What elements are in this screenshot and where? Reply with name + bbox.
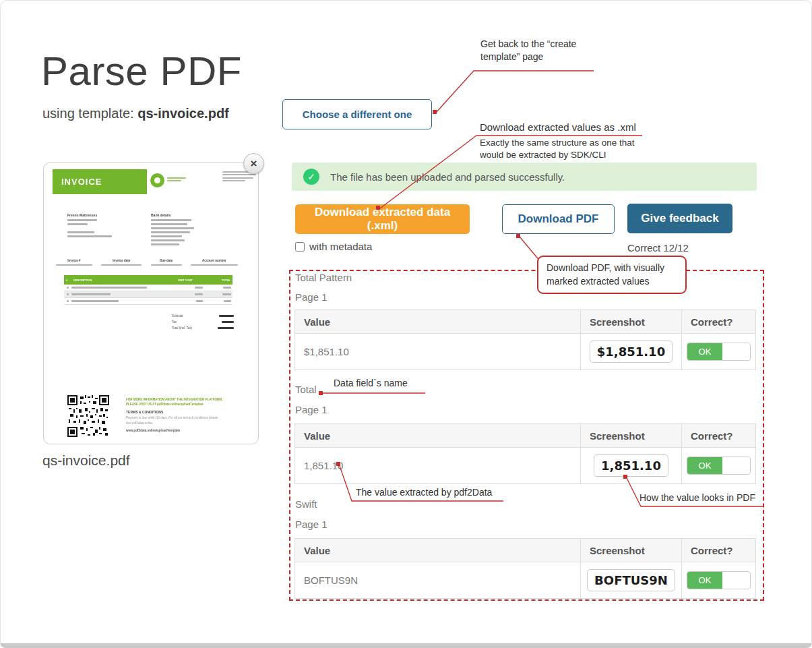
blurred-text-line <box>71 293 111 295</box>
column-header-correct: Correct? <box>681 310 755 334</box>
invoice-line-row <box>64 285 232 291</box>
blurred-text-line <box>167 177 186 179</box>
totals-label: Subtotal <box>172 314 183 318</box>
toggle-ok-label: OK <box>687 572 722 589</box>
success-banner: ✓ The file has been uploaded and parsed … <box>292 163 757 191</box>
correct-toggle[interactable]: OK <box>687 343 751 361</box>
preview-filename: qs-invoice.pdf <box>42 452 130 469</box>
invoice-line-items: # DESCRIPTION UNIT COST TOTAL <box>64 275 232 305</box>
subtitle-prefix: using template: <box>42 106 137 121</box>
blurred-text-line <box>222 177 253 179</box>
column-header-correct: Correct? <box>681 424 755 448</box>
column-header-value: Value <box>295 310 580 334</box>
choose-different-button[interactable]: Choose a different one <box>282 99 432 129</box>
results-table: Value Screenshot Correct? BOFTUS9N BOFTU… <box>294 538 756 599</box>
page-title: Parse PDF <box>41 48 242 94</box>
blurred-text-line <box>67 219 97 221</box>
blurred-text-line <box>67 235 112 237</box>
check-circle-icon: ✓ <box>303 169 319 185</box>
template-subtitle: using template: qs-invoice.pdf <box>42 106 229 121</box>
blurred-text-line <box>223 287 231 289</box>
page-label: Page 1 <box>295 291 327 303</box>
field-name-label: Total <box>295 384 317 395</box>
blurred-text-line <box>222 174 256 175</box>
blurred-text-line <box>56 264 92 266</box>
invoice-totals-block: Subtotal Tax Total (incl. Tax) <box>172 314 234 332</box>
correct-toggle[interactable]: OK <box>687 571 751 589</box>
parse-pdf-page: Parse PDF using template: qs-invoice.pdf… <box>0 0 812 648</box>
meta-label: Due date <box>148 259 185 262</box>
pdf-preview-card: INVOICE Fresno Mattresses Bank details <box>43 163 259 444</box>
results-table: Value Screenshot Correct? 1,851.10 1,851… <box>294 423 756 484</box>
close-preview-button[interactable]: × <box>243 153 264 174</box>
correct-toggle[interactable]: OK <box>687 456 751 475</box>
toggle-ok-label: OK <box>687 457 722 474</box>
blurred-text-line <box>67 300 69 302</box>
extracted-value-cell: $1,851.10 <box>295 334 580 370</box>
blurred-text-line <box>67 223 88 225</box>
page-label: Page 1 <box>295 404 327 415</box>
blurred-text-line <box>219 315 234 317</box>
invoice-col-unitcost: UNIT COST <box>176 278 206 282</box>
blurred-text-line <box>67 293 69 295</box>
blurred-text-line <box>195 293 203 295</box>
meta-label: Invoice date <box>98 259 144 262</box>
blurred-text-line <box>222 180 245 181</box>
column-header-correct: Correct? <box>681 539 755 562</box>
totals-label: Tax <box>172 320 177 324</box>
meta-label: Invoice # <box>53 259 95 262</box>
footer-info-line: FOR MORE INFORMATION ABOUT THE INTEGRATI… <box>126 397 258 402</box>
company-logo-icon <box>150 173 164 187</box>
blurred-text-line <box>222 321 234 323</box>
qr-code <box>67 395 109 437</box>
footer-info-line: PLEASE VISIT US AT pdf2data.online/uploa… <box>126 402 258 407</box>
invoice-meta-row: Invoice # Invoice date Due date Account … <box>53 259 241 266</box>
annotation-back-to-template: Get back to the “create template” page <box>480 38 605 63</box>
template-name: qs-invoice.pdf <box>137 106 229 121</box>
arrow-back-to-template <box>433 71 594 114</box>
billing-address-block: Fresno Mattresses <box>67 213 116 239</box>
value-screenshot: BOFTUS9N <box>587 569 675 591</box>
blurred-text-line <box>195 287 203 289</box>
terms-line: visit pdf2data.online <box>126 421 258 425</box>
with-metadata-label: with metadata <box>309 241 372 252</box>
column-header-value: Value <box>295 424 580 448</box>
page-label: Page 1 <box>295 519 327 530</box>
invoice-col-description: DESCRIPTION <box>71 278 176 282</box>
annotation-download-xml-subtitle: Exactly the same structure as one that w… <box>480 137 650 160</box>
annotation-pdf-look: How the value looks in PDF <box>639 492 755 504</box>
meta-label: Account number <box>188 259 241 262</box>
footer-link: www.pdf2data.online/uploadTemplate <box>126 429 258 432</box>
blurred-text-line <box>167 180 181 181</box>
download-pdf-button[interactable]: Download PDF <box>502 204 615 234</box>
with-metadata-checkbox[interactable] <box>295 242 305 252</box>
blurred-text-line <box>67 231 94 233</box>
with-metadata-option[interactable]: with metadata <box>295 241 372 252</box>
blurred-text-line <box>151 235 182 237</box>
invoice-col-total: TOTAL <box>206 278 232 282</box>
blurred-text-line <box>222 293 231 295</box>
value-screenshot: $1,851.10 <box>590 341 673 363</box>
company-name: Fresno Mattresses <box>67 213 116 217</box>
terms-line: Payment is due within 30 days. For all o… <box>126 415 258 420</box>
give-feedback-button[interactable]: Give feedback <box>627 204 732 233</box>
toggle-ok-label: OK <box>687 343 722 360</box>
invoice-footer: FOR MORE INFORMATION ABOUT THE INTEGRATI… <box>126 397 258 432</box>
column-header-value: Value <box>295 539 580 562</box>
bank-details-label: Bank details <box>151 213 199 217</box>
terms-title: TERMS & CONDITIONS <box>126 410 258 414</box>
logo-text <box>167 176 186 183</box>
download-xml-button[interactable]: Download extracted data (.xml) <box>295 204 470 234</box>
blurred-text-line <box>71 300 119 302</box>
invoice-title-bar: INVOICE <box>53 169 147 194</box>
invoice-col-number: # <box>64 278 71 282</box>
totals-label: Total (incl. Tax) <box>172 326 192 330</box>
extracted-value-cell: BOFTUS9N <box>295 562 580 598</box>
blurred-text-line <box>191 264 238 266</box>
invoice-line-row <box>64 298 232 305</box>
blurred-text-line <box>151 227 194 229</box>
value-screenshot: 1,851.10 <box>594 454 668 477</box>
blurred-text-line <box>218 327 234 329</box>
blurred-text-line <box>67 287 69 289</box>
annotation-download-pdf-callout: Download PDF, with visually marked extra… <box>537 256 687 294</box>
